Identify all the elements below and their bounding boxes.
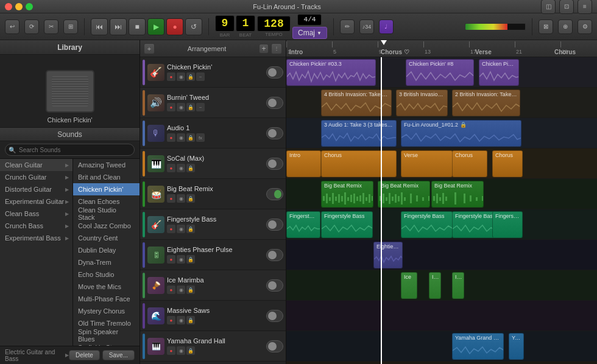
track-fx-btn[interactable]: fx — [196, 133, 205, 142]
region[interactable]: Ice — [429, 272, 441, 299]
velocity-tool[interactable]: ♪34 — [359, 19, 374, 34]
save-button[interactable]: Save... — [102, 350, 135, 360]
track-canvas-row-5[interactable]: Fingerstyle Bass Fingerstyle Bass — [286, 209, 597, 240]
track-lock-btn[interactable]: 🔒 — [186, 103, 195, 111]
sidebar-item-crunch-guitar[interactable]: Crunch Guitar ▶ — [0, 171, 72, 183]
lcd-beat[interactable]: 1 — [236, 15, 255, 32]
record-enable-btn[interactable]: ● — [167, 346, 175, 355]
track-options-button[interactable]: ⋮ — [271, 43, 282, 54]
pencil-tool[interactable]: ✏ — [340, 19, 355, 34]
track-canvas-row-4[interactable]: Big Beat Remix — [286, 179, 597, 209]
list-item[interactable]: Amazing Tweed — [73, 159, 140, 171]
record-button[interactable]: ● — [166, 18, 183, 35]
track-mute-toggle[interactable] — [266, 127, 283, 139]
canvas-rows[interactable]: Chicken Pickin' #03.3 Chicken Pickin' #8 — [286, 57, 597, 364]
region[interactable]: Intro — [286, 150, 321, 177]
track-lock-btn[interactable]: 🔒 — [186, 164, 195, 172]
region[interactable]: Fingerstyle Bass — [401, 211, 453, 238]
track-mute-btn[interactable]: ◉ — [177, 225, 185, 233]
region[interactable]: Yamaha Grand Hall — [452, 333, 504, 360]
track-mute-btn[interactable]: ◉ — [177, 194, 185, 203]
play-button[interactable]: ▶ — [147, 18, 164, 35]
region[interactable]: 3 British Invasion: Take 3 (4 takes) — [396, 89, 448, 116]
track-mute-toggle[interactable] — [266, 279, 283, 292]
sidebar-item-exp-guitar[interactable]: Experimental Guitar ▶ — [0, 195, 72, 208]
track-mute-toggle[interactable] — [266, 97, 283, 109]
record-enable-btn[interactable]: ● — [167, 255, 175, 264]
track-mute-toggle[interactable] — [266, 340, 283, 352]
track-canvas-row-8[interactable] — [286, 301, 597, 331]
region[interactable]: Big Beat Remix — [378, 181, 430, 208]
track-mute-btn[interactable]: ◉ — [177, 346, 185, 355]
track-mute-btn[interactable]: ◉ — [177, 164, 185, 172]
smartcontrols-btn[interactable]: ⊡ — [559, 0, 574, 14]
sidebar-item-distorted-guitar[interactable]: Distorted Guitar ▶ — [0, 183, 72, 195]
track-lock-btn[interactable]: 🔒 — [186, 72, 195, 81]
sidebar-item-crunch-bass[interactable]: Crunch Bass ▶ — [0, 220, 72, 232]
maximize-button[interactable] — [26, 3, 33, 10]
track-mute-btn[interactable]: ◉ — [177, 316, 185, 324]
track-canvas-row-2[interactable]: 3 Audio 1: Take 3 (3 takes) 🔒 Fu-Lin Aro… — [286, 118, 597, 149]
track-mute-btn[interactable]: ◉ — [177, 72, 185, 81]
add-track-button[interactable]: + — [144, 43, 155, 54]
region[interactable]: 2 British Invasion: Take 2 (4 takes) — [452, 89, 520, 116]
region[interactable]: Chicken Pickin' #03.12 — [479, 59, 519, 86]
record-enable-btn[interactable]: ● — [167, 194, 175, 203]
record-enable-btn[interactable]: ● — [167, 285, 175, 294]
region[interactable]: Ice — [452, 272, 464, 299]
region[interactable]: Fingerstyle Bass — [286, 211, 320, 238]
track-lock-btn[interactable]: 🔒 — [186, 225, 195, 233]
cycle-button[interactable]: ↺ — [185, 18, 202, 35]
sidebar-item-clean-guitar[interactable]: Clean Guitar ▶ — [0, 159, 72, 171]
arrangement-add-button[interactable]: + — [259, 44, 269, 54]
track-canvas-row-10[interactable] — [286, 362, 597, 364]
record-enable-btn[interactable]: ● — [167, 225, 175, 233]
region[interactable]: Chorus — [452, 150, 487, 177]
redo-btn[interactable]: ⟳ — [24, 19, 39, 34]
track-auto-btn[interactable]: ~ — [196, 72, 205, 81]
track-canvas-row-9[interactable]: Yamaha Grand Hall Ya... — [286, 331, 597, 362]
sidebar-item-exp-bass[interactable]: Experimental Bass ▶ — [0, 232, 72, 244]
list-item[interactable]: Old Time Tremolo — [73, 317, 140, 329]
list-item[interactable]: Chicken Pickin' — [73, 183, 140, 195]
sidebar-item-clean-bass[interactable]: Clean Bass ▶ — [0, 208, 72, 220]
tuner-btn[interactable]: ♩ — [379, 19, 394, 34]
list-item[interactable]: Country Gent — [73, 232, 140, 244]
track-mute-btn[interactable]: ◉ — [177, 255, 185, 264]
region[interactable]: 3 Audio 1: Take 3 (3 takes) 🔒 — [321, 120, 397, 147]
share-btn[interactable]: ⊕ — [558, 19, 573, 34]
track-mute-toggle[interactable] — [266, 188, 283, 200]
list-item[interactable]: Cool Jazz Combo — [73, 220, 140, 232]
track-mute-btn[interactable]: ◉ — [177, 285, 185, 294]
record-enable-btn[interactable]: ● — [167, 72, 175, 81]
record-enable-btn[interactable]: ● — [167, 164, 175, 172]
track-canvas-row-1[interactable]: 4 British Invasion: Take 4 (4 takes) 3 B… — [286, 88, 597, 118]
region[interactable]: Fingerstyle Bass — [492, 211, 523, 238]
close-button[interactable] — [5, 3, 12, 10]
track-auto-btn[interactable]: ~ — [196, 103, 205, 111]
list-item[interactable]: Spin Speaker Blues — [73, 329, 140, 341]
track-lock-btn[interactable]: 🔒 — [186, 255, 195, 264]
delete-button[interactable]: Delete — [69, 350, 100, 360]
lcd-bars[interactable]: 9 — [215, 15, 235, 32]
prefs-btn[interactable]: ⚙ — [578, 19, 592, 34]
list-item[interactable]: Multi-Phase Face — [73, 293, 140, 305]
track-canvas-row-6[interactable]: Eighties Phaser Pul... — [286, 240, 597, 270]
region[interactable]: Big Beat Remix — [321, 181, 373, 208]
bounce-btn[interactable]: ⊠ — [539, 19, 553, 34]
track-mute-btn[interactable]: ◉ — [177, 103, 185, 111]
lcd-time-sig[interactable]: 4/4 — [297, 14, 322, 26]
list-item[interactable]: Dyna-Trem — [73, 256, 140, 268]
list-item[interactable]: Clean Studio Stack — [73, 208, 140, 220]
track-lock-btn[interactable]: 🔒 — [186, 346, 195, 355]
track-lock-btn[interactable]: 🔒 — [186, 285, 195, 294]
region[interactable]: Verse — [401, 150, 453, 177]
lcd-key[interactable]: Cmaj ▼ — [292, 27, 327, 39]
list-item[interactable]: Mystery Chorus — [73, 305, 140, 317]
region[interactable]: Chorus — [321, 150, 397, 177]
track-lock-btn[interactable]: 🔒 — [186, 316, 195, 324]
record-enable-btn[interactable]: ● — [167, 316, 175, 324]
record-enable-btn[interactable]: ● — [167, 133, 175, 142]
track-mute-btn[interactable]: ◉ — [177, 133, 185, 142]
fast-forward-button[interactable]: ⏭ — [110, 18, 127, 35]
